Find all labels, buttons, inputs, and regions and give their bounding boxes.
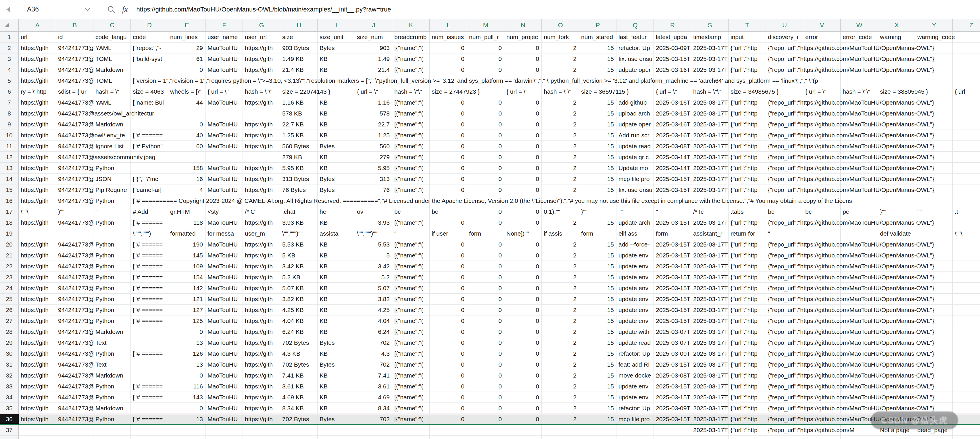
cell-O25[interactable]: 2 <box>542 294 579 304</box>
cell-M12[interactable]: 0 <box>467 152 504 162</box>
cell-B27[interactable]: 944241773@ <box>56 315 94 326</box>
cell-T37[interactable]: {"url":"http <box>729 425 766 435</box>
cell-N20[interactable]: 0 <box>504 239 542 250</box>
cell-L24[interactable]: 0 <box>430 283 467 293</box>
cell-K27[interactable]: [{"name":"( <box>392 315 430 326</box>
cell-Q35[interactable]: refactor: Up <box>616 403 654 414</box>
cell-F22[interactable]: MaoTouHU <box>205 261 243 272</box>
cell-L9[interactable]: 0 <box>430 119 467 130</box>
cell-P18[interactable]: 15 <box>579 217 616 228</box>
cell-B13[interactable]: 944241773@ <box>56 162 94 173</box>
cell-M31[interactable]: 0 <box>467 359 504 370</box>
cell-D19[interactable]: \""",""") <box>131 228 168 239</box>
row-number-30[interactable]: 30 <box>0 348 19 359</box>
cell-N14[interactable]: 0 <box>504 173 542 184</box>
cell-F28[interactable]: MaoTouHU <box>205 326 243 337</box>
cell-T18[interactable]: {"url":"http <box>729 217 766 228</box>
cell-R7[interactable]: 2025-03-16T <box>654 97 691 108</box>
cell-C30[interactable]: Python <box>94 348 131 359</box>
cell-J17[interactable]: ov <box>355 206 392 217</box>
cell-P35[interactable]: 15 <box>579 403 616 414</box>
cell-J8[interactable]: 578 <box>355 108 392 119</box>
cell-L11[interactable]: 0 <box>430 141 467 151</box>
cell-I17[interactable]: he <box>318 206 355 217</box>
cell-O33[interactable]: 2 <box>542 381 579 391</box>
cell-S23[interactable]: 2025-03-17T <box>691 272 729 282</box>
cell-E30[interactable]: 126 <box>168 348 205 359</box>
cell-J23[interactable]: 5.2 <box>355 272 392 282</box>
cell-T14[interactable]: {"url":"http <box>729 173 766 184</box>
cell-F18[interactable]: MaoTouHU <box>205 217 243 228</box>
cell-S12[interactable]: 2025-03-17T <box>691 152 729 162</box>
cell-N29[interactable]: 0 <box>504 337 542 348</box>
cell-A8[interactable]: https://gith <box>19 108 56 119</box>
cell-I20[interactable]: KB <box>318 239 355 250</box>
cell-D3[interactable]: ["build-syst <box>131 53 168 64</box>
cell-N32[interactable]: 0 <box>504 370 542 381</box>
cell-E27[interactable]: 125 <box>168 315 205 326</box>
row-number-3[interactable]: 3 <box>0 53 19 64</box>
cell-H32[interactable]: 7.41 KB <box>280 370 318 381</box>
cell-M9[interactable]: 0 <box>467 119 504 130</box>
cell-R6[interactable]: { url = \" <box>654 86 691 97</box>
cell-T4[interactable]: {"url":"http <box>729 64 766 75</box>
cell-K20[interactable]: [{"name":"( <box>392 239 430 250</box>
cell-C7[interactable]: YAML <box>94 97 131 108</box>
cell-B8[interactable]: 944241773@assets/owl_architectur <box>56 108 280 119</box>
row-number-14[interactable]: 14 <box>0 173 19 185</box>
cell-O3[interactable]: 2 <box>542 53 579 64</box>
cell-K19[interactable]: " <box>392 228 430 239</box>
cell-I21[interactable]: KB <box>318 250 355 261</box>
cell-O4[interactable]: 2 <box>542 64 579 75</box>
cell-O34[interactable]: 2 <box>542 392 579 402</box>
cell-J10[interactable]: 1.25 <box>355 130 392 140</box>
cell-L10[interactable]: 0 <box>430 130 467 140</box>
cell-P15[interactable]: 15 <box>579 185 616 195</box>
row-number-18[interactable]: 18 <box>0 217 19 228</box>
cell-K3[interactable]: [{"name":"( <box>392 53 430 64</box>
cell-U2[interactable]: {"repo_url":"https://github.com/MaoTouHU… <box>766 43 980 53</box>
cell-H20[interactable]: 5.53 KB <box>280 239 318 250</box>
cell-B16[interactable]: 944241773@ <box>56 196 94 206</box>
cell-Q32[interactable]: move docke <box>616 370 654 381</box>
cell-A27[interactable]: https://gith <box>19 315 56 326</box>
column-header-X[interactable]: X <box>878 19 915 31</box>
cell-P30[interactable]: 15 <box>579 348 616 359</box>
cell-M33[interactable]: 0 <box>467 381 504 391</box>
magnifier-icon[interactable] <box>107 5 116 14</box>
cell-T24[interactable]: {"url":"http <box>729 283 766 293</box>
cell-T1[interactable]: input <box>729 32 766 42</box>
cell-T21[interactable]: {"url":"http <box>729 250 766 261</box>
cell-T17[interactable]: .tabs <box>729 206 766 217</box>
cell-D36[interactable]: ["# ====== <box>131 414 168 424</box>
cell-D5[interactable]: ["version = 1","revision = 1","requires-… <box>131 75 980 86</box>
cell-D11[interactable]: ["# Python" <box>131 141 168 151</box>
cell-B12[interactable]: 944241773@assets/community.jpeg <box>56 152 280 162</box>
row-number-22[interactable]: 22 <box>0 261 19 272</box>
cell-T23[interactable]: {"url":"http <box>729 272 766 282</box>
cell-C34[interactable]: Python <box>94 392 131 402</box>
cell-B29[interactable]: 944241773@ <box>56 337 94 348</box>
cell-K22[interactable]: [{"name":"( <box>392 261 430 272</box>
cell-I35[interactable]: KB <box>318 403 355 414</box>
row-number-4[interactable]: 4 <box>0 64 19 75</box>
cell-A6[interactable]: ry = \"http <box>19 86 56 97</box>
cell-G33[interactable]: https://gith <box>243 381 280 391</box>
cell-S1[interactable]: timestamp <box>691 32 729 42</box>
row-number-19[interactable]: 19 <box>0 228 19 239</box>
cell-N11[interactable]: 0 <box>504 141 542 151</box>
cell-Q19[interactable]: elif ass <box>616 228 654 239</box>
cell-J31[interactable]: 702 <box>355 359 392 370</box>
cell-S9[interactable]: 2025-03-17T <box>691 119 729 130</box>
cell-W6[interactable]: hash = \"\" <box>841 86 878 97</box>
cell-U34[interactable]: {"repo_url":"https://github.com/MaoTouHU… <box>766 392 980 402</box>
cell-I11[interactable]: Bytes <box>318 141 355 151</box>
cell-Q36[interactable]: mcp file pro <box>616 414 654 424</box>
cell-F3[interactable]: MaoTouHU <box>205 53 243 64</box>
cell-H1[interactable]: size <box>280 32 318 42</box>
column-header-S[interactable]: S <box>691 19 729 31</box>
cell-O14[interactable]: 2 <box>542 173 579 184</box>
cell-Q1[interactable]: last_featur <box>616 32 654 42</box>
cell-F33[interactable]: MaoTouHU <box>205 381 243 391</box>
name-box[interactable]: A36 <box>27 5 89 13</box>
